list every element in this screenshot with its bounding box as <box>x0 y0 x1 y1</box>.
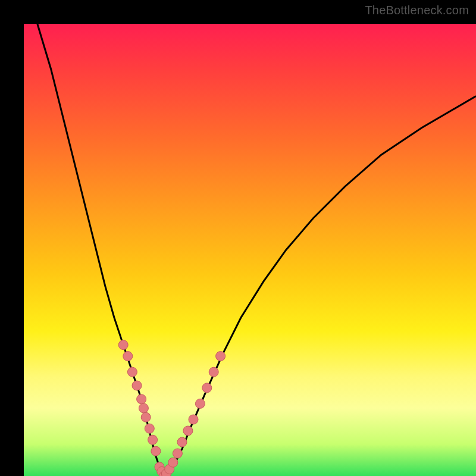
marker-point <box>145 424 154 433</box>
marker-point <box>123 352 133 361</box>
marker-point <box>209 367 218 377</box>
curve-svg <box>24 24 476 476</box>
watermark-text: TheBottleneck.com <box>365 4 469 17</box>
marker-point <box>195 399 205 408</box>
marker-point <box>137 394 146 404</box>
marker-point <box>189 415 198 424</box>
plot-area <box>24 24 476 476</box>
marker-point <box>183 426 193 436</box>
right-curve <box>164 96 476 476</box>
marker-point <box>141 412 151 422</box>
marker-point <box>202 383 212 393</box>
marker-point <box>177 437 187 447</box>
marker-point <box>132 381 142 390</box>
marker-point <box>148 435 158 444</box>
marker-point <box>173 449 182 458</box>
marker-point <box>118 340 128 350</box>
chart-frame: TheBottleneck.com <box>0 0 476 476</box>
marker-point <box>151 446 161 456</box>
marker-point <box>168 458 178 467</box>
marker-point <box>216 352 226 361</box>
marker-group <box>118 340 225 476</box>
marker-point <box>139 403 148 413</box>
marker-point <box>127 367 137 377</box>
